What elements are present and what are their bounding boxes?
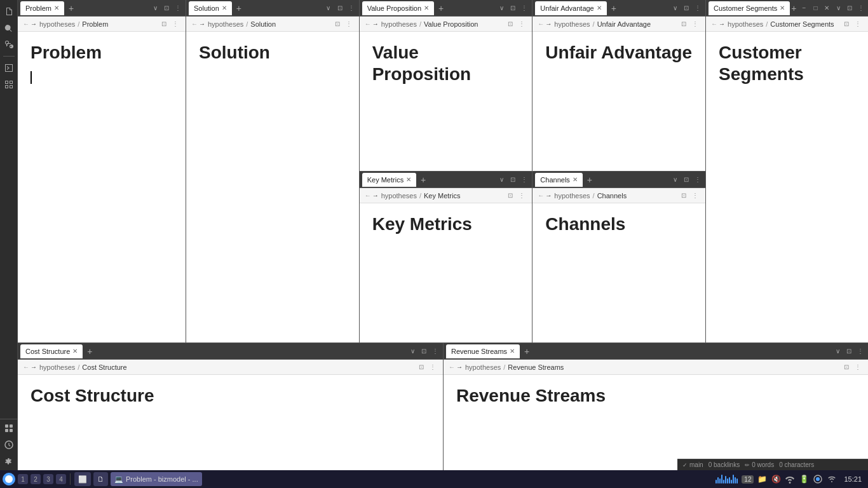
solution-back[interactable]: ← (191, 20, 198, 27)
rev-tab-close[interactable]: ✕ (510, 348, 515, 355)
taskbar-app-files[interactable]: ⬜ (74, 472, 91, 486)
taskbar-chrome-icon[interactable] (812, 473, 824, 485)
cost-tab-more[interactable]: ⋮ (430, 346, 440, 356)
ch-tab-close[interactable]: ✕ (573, 177, 578, 183)
cs-forward[interactable]: → (719, 20, 725, 27)
ua-bc-more-btn[interactable]: ⋮ (690, 20, 700, 28)
ch-bc-more-btn[interactable]: ⋮ (690, 191, 700, 200)
rev-tab-more[interactable]: ⋮ (855, 346, 865, 356)
rev-tab[interactable]: Revenue Streams ✕ (446, 344, 520, 358)
ch-tab[interactable]: Channels ✕ (535, 173, 582, 187)
taskbar-app-fm[interactable]: 🗋 (93, 472, 108, 486)
problem-content[interactable]: Problem (18, 32, 186, 342)
ch-tab-add[interactable]: + (584, 174, 595, 186)
km-bc-more-btn[interactable]: ⋮ (517, 191, 527, 200)
solution-tab-chevron[interactable]: ∨ (323, 3, 334, 13)
cost-bc-split-btn[interactable]: ⊡ (417, 363, 426, 371)
taskbar-mute-icon[interactable]: 🔇 (770, 473, 782, 485)
km-content[interactable]: Key Metrics (360, 203, 532, 342)
ua-back[interactable]: ← (538, 20, 544, 27)
problem-bc-more-btn[interactable]: ⋮ (170, 20, 180, 28)
ua-tab-add[interactable]: + (608, 3, 620, 14)
taskbar-network-icon[interactable] (784, 473, 796, 485)
rev-tab-add[interactable]: + (521, 346, 532, 357)
ua-tab-chevron[interactable]: ∨ (670, 3, 680, 13)
solution-tab-split[interactable]: ⊡ (335, 3, 345, 13)
problem-forward[interactable]: → (31, 20, 37, 27)
problem-tab[interactable]: Problem ✕ (20, 1, 64, 15)
ch-forward[interactable]: → (545, 192, 552, 199)
rev-bc-split-btn[interactable]: ⊡ (842, 363, 851, 371)
cost-tab[interactable]: Cost Structure ✕ (20, 344, 83, 358)
ua-tab-more[interactable]: ⋮ (693, 3, 703, 13)
clock-icon[interactable] (3, 438, 15, 451)
solution-tab-add[interactable]: + (233, 3, 245, 14)
cs-tab-more[interactable]: ⋮ (856, 3, 866, 13)
vp-forward[interactable]: → (372, 20, 379, 27)
ua-tab[interactable]: Unfair Advantage ✕ (535, 1, 606, 15)
km-forward[interactable]: → (372, 192, 379, 199)
vp-tab[interactable]: Value Proposition ✕ (362, 1, 434, 15)
vp-back[interactable]: ← (365, 20, 371, 27)
cost-bc-more-btn[interactable]: ⋮ (428, 363, 438, 371)
cs-tab-close-btn[interactable]: ✕ (822, 3, 832, 13)
rev-back[interactable]: ← (449, 363, 455, 370)
ua-tab-split[interactable]: ⊡ (681, 3, 691, 13)
ch-bc-split-btn[interactable]: ⊡ (679, 191, 688, 200)
ch-tab-chevron[interactable]: ∨ (670, 175, 680, 185)
problem-tab-add[interactable]: + (65, 3, 77, 14)
vp-bc-split-btn[interactable]: ⊡ (506, 20, 515, 28)
ch-content[interactable]: Channels (532, 203, 705, 342)
source-control-icon[interactable] (3, 38, 15, 51)
cs-tab-split[interactable]: ⊡ (844, 3, 855, 13)
taskbar-num-2[interactable]: 2 (31, 474, 41, 484)
cost-tab-chevron[interactable]: ∨ (407, 346, 417, 356)
cs-tab-add[interactable]: + (791, 3, 796, 14)
ua-forward[interactable]: → (545, 20, 552, 27)
cost-tab-close[interactable]: ✕ (72, 348, 78, 355)
km-back[interactable]: ← (365, 192, 371, 199)
solution-tab-more[interactable]: ⋮ (346, 3, 356, 13)
rev-content[interactable]: Revenue Streams (444, 375, 868, 470)
vp-tab-chevron[interactable]: ∨ (496, 3, 506, 13)
cs-bc-more-btn[interactable]: ⋮ (853, 20, 863, 28)
problem-back[interactable]: ← (23, 20, 29, 27)
km-tab-chevron[interactable]: ∨ (496, 175, 506, 185)
vp-tab-more[interactable]: ⋮ (519, 3, 529, 13)
rev-tab-chevron[interactable]: ∨ (832, 346, 843, 356)
settings-icon[interactable] (3, 455, 15, 468)
solution-forward[interactable]: → (199, 20, 205, 27)
rev-bc-more-btn[interactable]: ⋮ (853, 363, 863, 371)
ch-tab-split[interactable]: ⊡ (681, 175, 691, 185)
ch-back[interactable]: ← (538, 192, 544, 199)
taskbar-num-3[interactable]: 3 (43, 474, 53, 484)
km-tab-close[interactable]: ✕ (406, 177, 411, 183)
cs-back[interactable]: ← (711, 20, 717, 27)
cs-bc-split-btn[interactable]: ⊡ (842, 20, 851, 28)
problem-bc-split-btn[interactable]: ⊡ (159, 20, 168, 28)
terminal-icon[interactable] (3, 62, 15, 74)
km-tab-more[interactable]: ⋮ (519, 175, 529, 185)
taskbar-num-4[interactable]: 4 (56, 474, 66, 484)
cs-tab[interactable]: Customer Segments ✕ (709, 1, 790, 15)
cs-tab-close[interactable]: ✕ (780, 5, 785, 11)
solution-content[interactable]: Solution (186, 32, 359, 342)
cost-tab-split[interactable]: ⊡ (419, 346, 429, 356)
ch-tab-more[interactable]: ⋮ (693, 175, 703, 185)
vp-content[interactable]: Value Proposition (360, 32, 532, 171)
km-tab[interactable]: Key Metrics ✕ (362, 173, 416, 187)
solution-bc-more-btn[interactable]: ⋮ (344, 20, 354, 28)
solution-tab[interactable]: Solution ✕ (189, 1, 232, 15)
search-icon[interactable] (3, 22, 15, 34)
rev-tab-split[interactable]: ⊡ (844, 346, 854, 356)
km-tab-split[interactable]: ⊡ (508, 175, 518, 185)
km-tab-add[interactable]: + (417, 174, 429, 186)
taskbar-wifi-icon[interactable] (826, 473, 837, 485)
problem-tab-split[interactable]: ⊡ (161, 3, 172, 13)
ua-tab-close[interactable]: ✕ (597, 5, 602, 11)
cost-content[interactable]: Cost Structure (18, 375, 443, 470)
vp-tab-close[interactable]: ✕ (424, 5, 429, 11)
problem-tab-more[interactable]: ⋮ (173, 3, 183, 13)
cs-tab-chevron[interactable]: ∨ (833, 3, 843, 13)
cost-back[interactable]: ← (23, 363, 29, 370)
